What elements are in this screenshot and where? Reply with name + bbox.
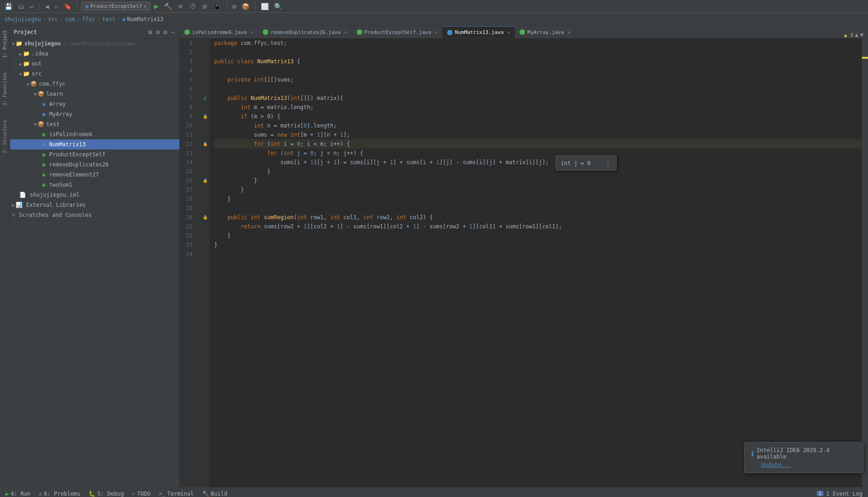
update-notification: ℹ IntelliJ IDEA 2020.2.4 available Updat… [744, 442, 863, 473]
src-folder-icon: 📁 [23, 71, 30, 77]
breadcrumb-item-src[interactable]: src [48, 16, 58, 22]
bottom-run-button[interactable]: ▶ 4: Run [2, 487, 34, 497]
tree-item-twosum1[interactable]: ◉ twoSum1 [10, 180, 179, 190]
build-icon[interactable]: 🔨 [162, 2, 174, 11]
tree-item-root[interactable]: ▼ 📁 shujujiegou C:\ideaProject\shujujieg… [10, 39, 179, 49]
bookmark-icon[interactable]: 🔖 [62, 2, 73, 11]
iml-icon: 📄 [19, 192, 26, 198]
device-icon[interactable]: 📱 [211, 2, 223, 11]
tree-item-nummatrix13[interactable]: ◉ NumMatrix13 [10, 139, 179, 149]
run-config-selector[interactable]: ◉ ProductExceptSelf ▼ [81, 2, 150, 11]
left-panel-icons: 1: Project 2: Favorites Z: Structure [0, 26, 10, 487]
bottom-debug-button[interactable]: 🐛 5: Debug [85, 487, 127, 497]
bottom-build-button[interactable]: 🔨 Build [199, 487, 231, 497]
tree-item-scratches[interactable]: ✎ Scratches and Consoles [10, 210, 179, 220]
bottom-terminal-button[interactable]: >_ Terminal [155, 487, 197, 497]
code-editor[interactable]: isPalindrome6.java ✕ removeDuplicates26.… [180, 26, 868, 487]
tab-ispalindrome6[interactable]: isPalindrome6.java ✕ [180, 26, 258, 38]
tab-removeduplicates26[interactable]: removeDuplicates26.java ✕ [258, 26, 352, 38]
sidebar-settings-icon[interactable]: ⚙ [162, 28, 168, 37]
tree-item-learn[interactable]: ▼ 📦 learn [10, 89, 179, 99]
update-title-text: IntelliJ IDEA 2020.2.4 available [757, 447, 857, 460]
tree-item-productexceptself[interactable]: ◉ ProductExceptSelf [10, 149, 179, 160]
tab-close-ispalindrome6[interactable]: ✕ [250, 30, 253, 35]
tab-close-myarray[interactable]: ✕ [568, 30, 570, 35]
learn-package-icon: 📦 [38, 91, 44, 97]
revert-icon[interactable]: ↩ [28, 2, 35, 11]
breadcrumb-item-root[interactable]: shujujiegou [5, 16, 41, 22]
structure-panel-tab[interactable]: Z: Structure [1, 118, 8, 155]
sidebar-title: Project [14, 29, 144, 35]
gutter-bookmark-9[interactable]: 🔒 [203, 114, 208, 119]
gutter-bookmark-16[interactable]: 🔒 [203, 178, 208, 183]
tree-item-extlibs[interactable]: ▶ 📊 External Libraries [10, 200, 179, 210]
code-line-3: public class NumMatrix13 { [214, 57, 862, 66]
code-scroll-area[interactable]: 1 2 3 4 5 6 7 8 9 10 11 12 13 14 15 16 1 [180, 39, 868, 487]
tab-myarray[interactable]: MyArray.java ✕ [515, 26, 575, 38]
sidebar-minimize-icon[interactable]: − [170, 28, 176, 37]
bottom-problems-label: 6: Problems [44, 491, 80, 497]
tab-close-nummatrix[interactable]: ✕ [507, 30, 510, 35]
profile-icon[interactable]: ⏱ [188, 2, 198, 11]
bottom-todo-button[interactable]: ✓ TODO [128, 487, 154, 497]
sdk-icon[interactable]: 📦 [240, 2, 251, 11]
root-folder-icon: 📁 [16, 40, 22, 47]
sidebar-expand-icon[interactable]: ⊞ [147, 28, 153, 37]
breadcrumb-item-ffyc[interactable]: ffyc [82, 16, 95, 22]
editor-scrollbar[interactable] [862, 39, 868, 487]
tab-close-removeduplicates26[interactable]: ✕ [344, 30, 347, 35]
code-line-18: } [214, 194, 862, 204]
favorites-panel-tab[interactable]: 2: Favorites [1, 71, 8, 107]
update-link[interactable]: Update... [761, 462, 791, 468]
run-button[interactable]: ▶ [152, 1, 160, 11]
bottom-toolbar: ▶ 4: Run ⚠ 6: Problems 🐛 5: Debug ✓ TODO… [0, 487, 868, 497]
coverage-icon[interactable]: ⛯ [176, 2, 186, 11]
tree-item-removeduplicates26[interactable]: ◉ removeDuplicates26 [10, 160, 179, 170]
test-package-icon: 📦 [38, 121, 44, 127]
tree-item-array[interactable]: ◉ Array [10, 99, 179, 109]
search-everywhere-icon[interactable]: 🔍 [272, 2, 284, 11]
gutter-bookmark-7[interactable]: @ [204, 96, 206, 100]
tree-item-idea[interactable]: ▶ 📁 .idea [10, 49, 179, 59]
warnings-down-icon[interactable]: ▼ [860, 32, 863, 38]
breadcrumb-item-com[interactable]: com [65, 16, 75, 22]
tree-item-removeelement27[interactable]: ◉ removeElement27 [10, 170, 179, 180]
warnings-indicator[interactable]: ▲ 3 ▲ ▼ [844, 32, 868, 38]
forward-icon[interactable]: ▶ [53, 2, 60, 11]
bottom-event-log[interactable]: 1 1 Event Log [817, 491, 866, 497]
project-sidebar: Project ⊞ ⊟ ⚙ − ▼ 📁 shujujiegou C:\ideaP… [10, 26, 180, 487]
bottom-problems-button[interactable]: ⚠ 6: Problems [35, 487, 84, 497]
code-lines[interactable]: package com.ffyc.test; public class NumM… [210, 39, 862, 487]
tab-productexceptself[interactable]: ProductExceptSelf.java ✕ [352, 26, 443, 38]
tree-item-iml[interactable]: 📄 shujujiegou.iml [10, 190, 179, 200]
layout-icon[interactable]: ⬜ [259, 2, 271, 11]
settings-icon[interactable]: ⚙ [231, 2, 238, 11]
warning-marker-1 [862, 57, 868, 59]
project-panel-tab[interactable]: 1: Project [1, 28, 8, 60]
sidebar-collapse-icon[interactable]: ⊟ [155, 28, 160, 37]
code-line-4 [214, 66, 862, 75]
code-line-12: for (int i = 0; i < m; i++) { [214, 139, 862, 149]
tree-item-ispalindrome6[interactable]: ◉ isPalindrome6 [10, 129, 179, 139]
tree-item-test[interactable]: ▼ 📦 test [10, 119, 179, 129]
tab-close-product[interactable]: ✕ [435, 30, 437, 35]
breadcrumb-item-test[interactable]: test [102, 16, 116, 22]
gutter-bookmark-20[interactable]: 🔒 [203, 215, 208, 220]
back-icon[interactable]: ◀ [43, 2, 50, 11]
tree-item-src[interactable]: ▼ 📁 src [10, 69, 179, 79]
code-line-5: private int[][]sums; [214, 75, 862, 84]
tree-item-out[interactable]: ▶ 📁 out [10, 59, 179, 69]
toolbar-sep-4 [255, 2, 255, 11]
extlibs-icon: 📊 [16, 202, 22, 208]
tree-item-comffyc[interactable]: ▼ 📦 com.ffyc [10, 79, 179, 89]
tree-item-myarray[interactable]: ◉ MyArray [10, 109, 179, 119]
stop-icon[interactable]: ⏹ [199, 2, 210, 11]
tab-nummatrix13[interactable]: NumMatrix13.java ✕ [442, 26, 515, 38]
save-icon[interactable]: 💾 [3, 2, 14, 11]
package-icon: 📦 [30, 81, 37, 87]
tooltip-more-icon[interactable]: ⋮ [604, 159, 612, 167]
bottom-build-label: Build [211, 491, 227, 497]
warnings-up-icon[interactable]: ▲ [855, 32, 858, 38]
gutter-bookmark-12[interactable]: 🔒 [203, 142, 208, 146]
save-all-icon[interactable]: 🗂 [16, 2, 26, 11]
